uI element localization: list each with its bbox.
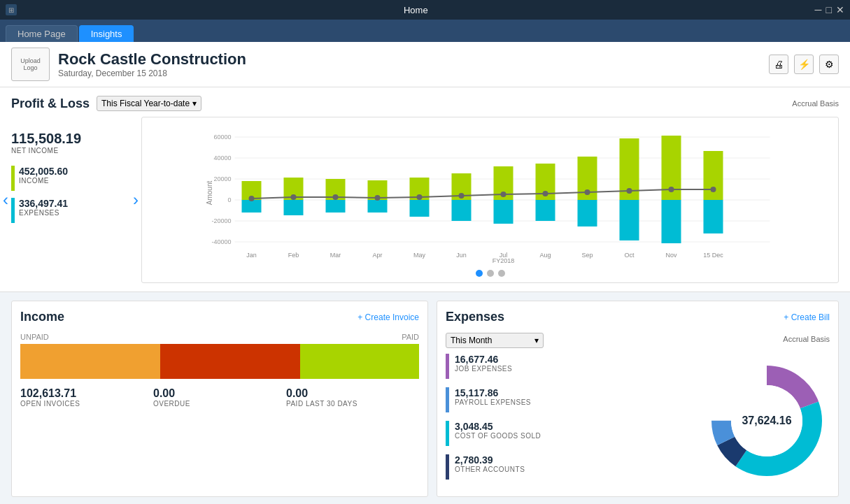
cogs-label: COST OF GOODS SOLD (455, 432, 541, 440)
create-invoice-link[interactable]: + Create Invoice (357, 312, 419, 322)
paid-metric: 0.00 PAID LAST 30 DAYS (286, 387, 419, 408)
job-expenses-label: JOB EXPENSES (455, 365, 512, 373)
svg-text:60000: 60000 (213, 134, 231, 141)
payroll-expenses-label: PAYROLL EXPENSES (455, 398, 531, 406)
expense-item-other: 2,780.39 OTHER ACCOUNTS (446, 454, 695, 480)
payroll-expenses-indicator (446, 387, 449, 412)
svg-rect-30 (578, 200, 597, 226)
svg-rect-22 (410, 200, 430, 217)
svg-text:May: May (413, 252, 426, 259)
chart-dot-2[interactable] (487, 270, 494, 277)
income-bar-row (20, 344, 419, 379)
overdue-label: OVERDUE (153, 400, 286, 408)
bottom-row: Income + Create Invoice UNPAID PAID 102,… (0, 292, 850, 504)
minimize-button[interactable]: ─ (815, 4, 822, 15)
income-metrics: 102,613.71 OPEN INVOICES 0.00 OVERDUE 0.… (20, 387, 419, 408)
expenses-metric: 336,497.41 EXPENSES (11, 198, 130, 223)
expenses-title: Expenses (446, 310, 504, 324)
income-metric-info: 452,005.60 INCOME (19, 166, 68, 185)
paid-value: 0.00 (286, 387, 419, 400)
svg-text:Nov: Nov (665, 252, 677, 259)
window-controls[interactable]: ─ □ ✕ (815, 4, 844, 15)
pnl-nav-left[interactable]: ‹ (3, 190, 8, 210)
svg-point-38 (291, 194, 297, 200)
chart-dot-3[interactable] (498, 270, 505, 277)
svg-rect-36 (704, 200, 723, 233)
payroll-expenses-value: 15,117.86 (455, 387, 531, 398)
header: Upload Logo Rock Castle Construction Sat… (0, 42, 850, 87)
expenses-body: 16,677.46 JOB EXPENSES 15,117.86 PAYROLL… (446, 354, 830, 488)
svg-text:Sep: Sep (581, 252, 593, 259)
svg-text:Jan: Jan (246, 252, 257, 259)
company-info: Rock Castle Construction Saturday, Decem… (58, 50, 246, 78)
svg-text:Amount: Amount (206, 181, 213, 206)
expense-item-job: 16,677.46 JOB EXPENSES (446, 354, 695, 379)
payroll-expenses-info: 15,117.86 PAYROLL EXPENSES (455, 387, 531, 406)
create-bill-link[interactable]: + Create Bill (784, 312, 830, 322)
cogs-info: 3,048.45 COST OF GOODS SOLD (455, 421, 541, 440)
header-right: 🖨 ⚡ ⚙ (769, 55, 839, 74)
expenses-filter-dropdown[interactable]: This Month ▾ (446, 333, 544, 348)
svg-point-37 (249, 196, 255, 201)
close-button[interactable]: ✕ (836, 4, 844, 15)
print-icon-button[interactable]: 🖨 (769, 55, 788, 74)
chevron-down-icon: ▾ (534, 336, 539, 345)
other-accounts-value: 2,780.39 (455, 454, 525, 466)
svg-point-42 (459, 193, 465, 199)
svg-text:Feb: Feb (288, 252, 299, 259)
svg-point-48 (711, 187, 716, 192)
income-indicator (11, 166, 15, 191)
job-expenses-info: 16,677.46 JOB EXPENSES (455, 354, 512, 373)
svg-text:20000: 20000 (213, 175, 231, 182)
svg-text:FY2018: FY2018 (493, 257, 515, 263)
svg-text:-40000: -40000 (211, 238, 231, 245)
tab-home[interactable]: Home Page (6, 25, 78, 42)
income-bars: UNPAID PAID (20, 333, 419, 379)
open-invoices-metric: 102,613.71 OPEN INVOICES (20, 387, 153, 408)
svg-rect-32 (620, 200, 639, 240)
lightning-icon-button[interactable]: ⚡ (794, 55, 814, 74)
pnl-nav-right[interactable]: › (133, 190, 139, 210)
svg-point-43 (501, 192, 507, 197)
donut-chart-container: 37,624.16 (704, 354, 830, 488)
svg-text:40000: 40000 (213, 154, 231, 161)
tab-insights[interactable]: Insights (79, 25, 134, 42)
expenses-value: 336,497.41 (19, 198, 68, 209)
svg-rect-28 (536, 200, 555, 221)
donut-total: 37,624.16 (742, 415, 791, 427)
chart-pagination[interactable] (148, 270, 833, 277)
pnl-chart-svg: Amount 60000 40000 20000 0 -20000 -40000 (148, 123, 833, 263)
expenses-section-header: Expenses + Create Bill (446, 310, 830, 324)
gear-icon-button[interactable]: ⚙ (819, 55, 839, 74)
expense-item-cogs: 3,048.45 COST OF GOODS SOLD (446, 421, 695, 446)
pnl-filter-dropdown[interactable]: This Fiscal Year-to-date ▾ (97, 96, 201, 111)
svg-rect-20 (368, 200, 388, 213)
other-accounts-label: OTHER ACCOUNTS (455, 466, 525, 473)
expenses-metric-info: 336,497.41 EXPENSES (19, 198, 68, 217)
net-income-value: 115,508.19 (11, 131, 130, 147)
pnl-metrics: ‹ 115,508.19 NET INCOME 452,005.60 INCOM… (11, 117, 130, 283)
income-label: INCOME (19, 177, 68, 185)
expenses-indicator (11, 198, 15, 223)
income-metric: 452,005.60 INCOME (11, 166, 130, 191)
income-bar-labels: UNPAID PAID (20, 333, 419, 341)
pnl-title: Profit & Loss (11, 96, 90, 111)
net-income-label: NET INCOME (11, 147, 130, 154)
svg-text:0: 0 (227, 196, 231, 203)
svg-point-40 (375, 195, 381, 201)
chart-dot-1[interactable] (476, 270, 483, 277)
pnl-section: Profit & Loss This Fiscal Year-to-date ▾… (0, 87, 850, 292)
svg-rect-18 (326, 200, 346, 213)
pnl-title-row: Profit & Loss This Fiscal Year-to-date ▾ (11, 96, 201, 111)
job-expenses-value: 16,677.46 (455, 354, 512, 365)
title-bar: ⊞ Home ─ □ ✕ (0, 0, 850, 20)
svg-rect-26 (494, 200, 513, 224)
upload-logo-button[interactable]: Upload Logo (11, 48, 50, 81)
maximize-button[interactable]: □ (826, 4, 832, 15)
main-content: Upload Logo Rock Castle Construction Sat… (0, 42, 850, 504)
svg-text:-20000: -20000 (211, 217, 231, 224)
cogs-value: 3,048.45 (455, 421, 541, 432)
svg-rect-14 (242, 200, 262, 213)
overdue-bar (160, 344, 300, 379)
svg-rect-34 (662, 200, 681, 243)
